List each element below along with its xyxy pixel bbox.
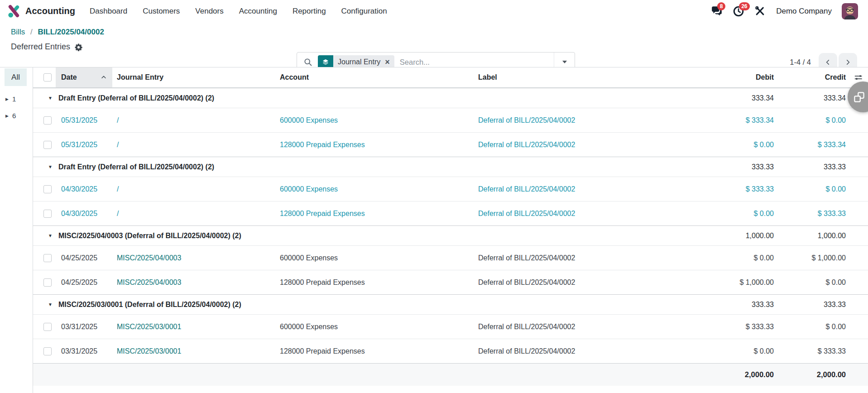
row-checkbox[interactable] — [43, 323, 52, 331]
cell-journal-entry-link[interactable]: / — [112, 210, 278, 218]
nav-vendors[interactable]: Vendors — [195, 7, 223, 16]
cell-debit: $ 0.00 — [684, 254, 776, 262]
chevron-right-icon — [844, 58, 852, 66]
journal-item-row[interactable]: 03/31/2025 MISC/2025/03/0001 128000 Prep… — [33, 339, 868, 363]
breadcrumb-separator: / — [30, 28, 33, 36]
group-header-row[interactable]: ▼ Draft Entry (Deferral of BILL/2025/04/… — [33, 88, 868, 108]
header-cell-journal[interactable]: Journal Entry — [112, 73, 278, 81]
sidebar-group-label: 1 — [12, 95, 16, 103]
header-cell-label[interactable]: Label — [476, 73, 684, 81]
app-name[interactable]: Accounting — [25, 6, 75, 16]
nav-customers[interactable]: Customers — [143, 7, 180, 16]
journal-item-row[interactable]: 05/31/2025 / 600000 Expenses Deferral of… — [33, 108, 868, 132]
cell-journal-entry-link[interactable]: MISC/2025/04/0003 — [112, 278, 278, 287]
cell-journal-entry-link[interactable]: MISC/2025/03/0001 — [112, 347, 278, 355]
cell-label: Deferral of BILL/2025/04/0002 — [476, 185, 684, 193]
row-checkbox[interactable] — [43, 210, 52, 218]
group-debit-subtotal: 333.34 — [684, 94, 776, 102]
header-cell-select — [33, 73, 56, 82]
sidebar-group-6[interactable]: ▶ 6 — [5, 112, 33, 120]
footer-debit-total: 2,000.00 — [684, 370, 776, 379]
row-checkbox[interactable] — [43, 141, 52, 149]
cell-account: 128000 Prepaid Expenses — [278, 347, 476, 355]
header-cell-date[interactable]: Date — [56, 67, 112, 87]
group-title: Draft Entry (Deferral of BILL/2025/04/00… — [56, 94, 684, 102]
caret-down-icon — [562, 61, 567, 63]
top-navbar: Accounting Dashboard Customers Vendors A… — [0, 0, 868, 22]
cell-label: Deferral of BILL/2025/04/0002 — [476, 116, 684, 125]
search-input[interactable] — [400, 58, 554, 67]
cell-debit: $ 0.00 — [684, 347, 776, 355]
cell-credit: $ 333.34 — [776, 141, 848, 149]
group-debit-subtotal: 1,000.00 — [684, 232, 776, 240]
caret-right-icon: ▶ — [5, 97, 9, 101]
select-all-checkbox[interactable] — [43, 73, 52, 81]
cell-journal-entry-link[interactable]: / — [112, 185, 278, 193]
cell-journal-entry-link[interactable]: / — [112, 141, 278, 149]
caret-down-icon: ▼ — [33, 233, 56, 238]
cell-date: 03/31/2025 — [56, 347, 112, 355]
activities-button[interactable]: 26 — [733, 5, 744, 17]
row-checkbox[interactable] — [43, 116, 52, 125]
cell-date: 04/25/2025 — [56, 254, 112, 262]
action-menu-button[interactable] — [74, 43, 83, 52]
cell-debit: $ 333.33 — [684, 323, 776, 331]
cell-journal-entry-link[interactable]: MISC/2025/03/0001 — [112, 323, 278, 331]
breadcrumb-current[interactable]: BILL/2025/04/0002 — [38, 28, 104, 36]
caret-down-icon: ▼ — [33, 302, 56, 307]
messages-button[interactable]: 8 — [711, 5, 723, 17]
tools-icon — [754, 5, 766, 17]
gear-icon — [74, 43, 83, 52]
nav-accounting[interactable]: Accounting — [239, 7, 277, 16]
systray: 8 26 Demo Company — [711, 3, 868, 19]
debug-tools-button[interactable] — [754, 5, 766, 17]
control-panel: Bills / BILL/2025/04/0002 Deferred Entri… — [0, 22, 868, 67]
nav-reporting[interactable]: Reporting — [293, 7, 326, 16]
journal-item-row[interactable]: 04/30/2025 / 600000 Expenses Deferral of… — [33, 177, 868, 201]
cell-credit: $ 333.33 — [776, 347, 848, 355]
header-cell-account[interactable]: Account — [278, 73, 476, 81]
group-header-row[interactable]: ▼ Draft Entry (Deferral of BILL/2025/04/… — [33, 157, 868, 177]
group-header-row[interactable]: ▼ MISC/2025/03/0001 (Deferral of BILL/20… — [33, 294, 868, 314]
cell-account: 600000 Expenses — [278, 254, 476, 262]
journal-item-row[interactable]: 05/31/2025 / 128000 Prepaid Expenses Def… — [33, 132, 868, 157]
header-cell-debit[interactable]: Debit — [684, 73, 776, 81]
cell-debit: $ 0.00 — [684, 210, 776, 218]
sidebar-group-label: 6 — [12, 112, 16, 120]
row-checkbox[interactable] — [43, 278, 52, 287]
journal-item-row[interactable]: 04/30/2025 / 128000 Prepaid Expenses Def… — [33, 201, 868, 225]
page-title: Deferred Entries — [11, 42, 70, 52]
group-title: Draft Entry (Deferral of BILL/2025/04/00… — [56, 163, 684, 171]
nav-configuration[interactable]: Configuration — [341, 7, 387, 16]
journal-item-row[interactable]: 04/25/2025 MISC/2025/04/0003 600000 Expe… — [33, 245, 868, 270]
cell-label: Deferral of BILL/2025/04/0002 — [476, 347, 684, 355]
cell-journal-entry-link[interactable]: / — [112, 116, 278, 125]
company-switcher[interactable]: Demo Company — [776, 7, 832, 16]
header-cell-credit[interactable]: Credit — [776, 73, 848, 81]
row-checkbox[interactable] — [43, 347, 52, 355]
journal-item-row[interactable]: 03/31/2025 MISC/2025/03/0001 600000 Expe… — [33, 314, 868, 339]
cell-journal-entry-link[interactable]: MISC/2025/04/0003 — [112, 254, 278, 262]
accounting-app-icon[interactable] — [7, 4, 21, 18]
row-checkbox[interactable] — [43, 254, 52, 262]
facet-remove-icon[interactable]: × — [385, 58, 390, 66]
user-avatar[interactable] — [842, 3, 858, 19]
journal-item-row[interactable]: 04/25/2025 MISC/2025/04/0003 128000 Prep… — [33, 270, 868, 294]
cell-date: 04/25/2025 — [56, 278, 112, 287]
sidebar-group-1[interactable]: ▶ 1 — [5, 95, 33, 103]
cell-label: Deferral of BILL/2025/04/0002 — [476, 210, 684, 218]
caret-down-icon: ▼ — [33, 164, 56, 169]
group-header-row[interactable]: ▼ MISC/2025/04/0003 (Deferral of BILL/20… — [33, 225, 868, 245]
adjust-columns-button[interactable] — [848, 73, 868, 82]
nav-dashboard[interactable]: Dashboard — [90, 7, 127, 16]
cell-debit: $ 333.34 — [684, 116, 776, 125]
cell-label: Deferral of BILL/2025/04/0002 — [476, 278, 684, 287]
cell-date: 04/30/2025 — [56, 185, 112, 193]
sidebar-item-all[interactable]: All — [5, 68, 27, 86]
breadcrumb-bills-link[interactable]: Bills — [11, 28, 25, 36]
cell-date: 05/31/2025 — [56, 116, 112, 125]
cell-credit: $ 1,000.00 — [776, 254, 848, 262]
row-checkbox[interactable] — [43, 185, 52, 193]
caret-right-icon: ▶ — [5, 114, 9, 118]
chevron-left-icon — [824, 58, 832, 66]
